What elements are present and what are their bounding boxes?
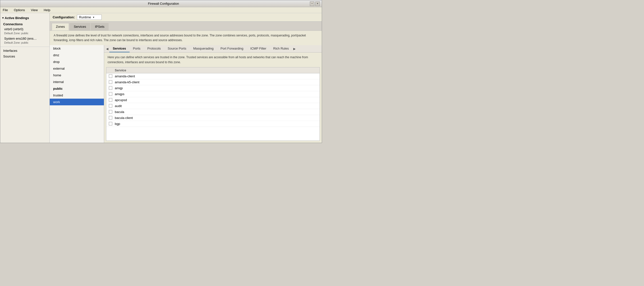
service-row-audit[interactable]: audit <box>106 103 320 109</box>
service-checkbox-bgp[interactable] <box>109 122 112 125</box>
dropdown-arrow-icon: ▾ <box>93 16 94 19</box>
service-row-amanda-client[interactable]: amanda-client <box>106 73 320 79</box>
zone-trusted[interactable]: trusted <box>50 92 104 99</box>
services-description: Here you can define which services are t… <box>104 53 322 67</box>
tab-services[interactable]: Services <box>70 23 90 31</box>
tab-zones[interactable]: Zones <box>52 23 69 31</box>
sub-tab-source-ports[interactable]: Source Ports <box>164 45 190 52</box>
menubar: File Options View Help <box>0 7 322 13</box>
config-dropdown[interactable]: Runtime ▾ <box>77 15 102 20</box>
services-table-header: Service <box>106 67 320 73</box>
connection-virbr0[interactable]: virbr0 (virbr0) Default Zone: public <box>0 27 50 36</box>
sub-tab-services[interactable]: Services <box>109 45 130 52</box>
menu-file[interactable]: File <box>1 8 10 12</box>
menu-help[interactable]: Help <box>42 8 52 12</box>
sub-tab-port-forwarding[interactable]: Port Forwarding <box>217 45 247 52</box>
sub-tab-rich-rules[interactable]: Rich Rules <box>270 45 292 52</box>
zone-home[interactable]: home <box>50 72 104 79</box>
sidebar-divider <box>0 47 50 47</box>
main-window: Firewall Configuration − × File Options … <box>0 0 322 143</box>
sidebar-item-interfaces[interactable]: Interfaces <box>0 48 50 54</box>
service-row-amqp[interactable]: amqp <box>106 85 320 91</box>
connection-ens160[interactable]: System ens160 (ens… Default Zone: public <box>0 36 50 45</box>
config-label: Configuration: <box>53 15 75 19</box>
sub-tabs: ◀ Services Ports Protocols Source Ports … <box>104 45 322 53</box>
service-name-audit: audit <box>115 104 122 108</box>
active-bindings-label: Active Bindings <box>5 16 29 20</box>
zone-block[interactable]: block <box>50 45 104 52</box>
sub-tab-masquerading[interactable]: Masquerading <box>190 45 217 52</box>
tab-ipsets[interactable]: IPSets <box>91 23 108 31</box>
zone-drop[interactable]: drop <box>50 59 104 65</box>
window-title: Firewall Configuration <box>17 2 310 6</box>
active-bindings-header[interactable]: ▾ Active Bindings <box>0 15 50 21</box>
config-bar: Configuration: Runtime ▾ <box>50 13 322 22</box>
zone-external[interactable]: external <box>50 65 104 72</box>
connections-title: Connections <box>0 21 50 27</box>
close-button[interactable]: × <box>315 2 320 6</box>
service-row-amqps[interactable]: amqps <box>106 91 320 97</box>
menu-options[interactable]: Options <box>12 8 26 12</box>
services-table: Service amanda-client amanda-k5-client <box>106 67 320 141</box>
zone-area: block dmz drop external home internal pu… <box>50 45 322 143</box>
service-checkbox-audit[interactable] <box>109 104 112 107</box>
sidebar-item-sources[interactable]: Sources <box>0 54 50 59</box>
minimize-button[interactable]: − <box>310 2 314 6</box>
service-name-amanda-client: amanda-client <box>115 74 135 78</box>
sub-tab-icmp-filter[interactable]: ICMP Filter <box>247 45 270 52</box>
service-checkbox-apcupsd[interactable] <box>109 98 112 102</box>
sub-tab-protocols[interactable]: Protocols <box>144 45 164 52</box>
sidebar: ▾ Active Bindings Connections virbr0 (vi… <box>0 13 50 143</box>
services-column-header: Service <box>115 68 126 72</box>
zone-public[interactable]: public <box>50 85 104 92</box>
service-row-bacula-client[interactable]: bacula-client <box>106 115 320 121</box>
connection-ens160-name: System ens160 (ens… <box>4 36 46 41</box>
collapse-arrow-icon: ▾ <box>2 16 4 20</box>
service-row-amanda-k5-client[interactable]: amanda-k5-client <box>106 79 320 85</box>
titlebar: Firewall Configuration − × <box>0 0 322 7</box>
zone-internal[interactable]: internal <box>50 79 104 85</box>
service-row-apcupsd[interactable]: apcupsd <box>106 97 320 103</box>
menu-view[interactable]: View <box>30 8 39 12</box>
zone-work[interactable]: work <box>50 99 104 105</box>
service-row-bacula[interactable]: bacula <box>106 109 320 115</box>
service-name-amanda-k5-client: amanda-k5-client <box>115 80 140 84</box>
main-content: ▾ Active Bindings Connections virbr0 (vi… <box>0 13 322 143</box>
service-checkbox-bacula-client[interactable] <box>109 116 112 119</box>
service-name-bacula: bacula <box>115 110 124 114</box>
service-checkbox-amanda-client[interactable] <box>109 74 112 78</box>
service-name-bacula-client: bacula-client <box>115 116 133 120</box>
zone-dmz[interactable]: dmz <box>50 52 104 59</box>
window-controls: − × <box>310 2 320 6</box>
service-row-bgp[interactable]: bgp <box>106 121 320 127</box>
connection-virbr0-zone: Default Zone: public <box>4 32 46 35</box>
connection-ens160-zone: Default Zone: public <box>4 41 46 45</box>
service-checkbox-amqps[interactable] <box>109 92 112 96</box>
service-checkbox-amqp[interactable] <box>109 86 112 90</box>
service-name-amqp: amqp <box>115 86 123 90</box>
zones-description: A firewalld zone defines the level of tr… <box>50 31 322 45</box>
service-checkbox-bacula[interactable] <box>109 110 112 113</box>
connections-section: Connections virbr0 (virbr0) Default Zone… <box>0 21 50 46</box>
right-panel: Configuration: Runtime ▾ Zones Services … <box>50 13 322 143</box>
service-name-amqps: amqps <box>115 92 124 96</box>
zone-right-panel: ◀ Services Ports Protocols Source Ports … <box>104 45 322 143</box>
config-value: Runtime <box>79 15 91 19</box>
sub-tabs-right-arrow-icon[interactable]: ▶ <box>292 47 296 51</box>
sub-tab-ports[interactable]: Ports <box>130 45 144 52</box>
main-tabs: Zones Services IPSets <box>50 22 322 31</box>
service-checkbox-amanda-k5-client[interactable] <box>109 80 112 84</box>
zone-list: block dmz drop external home internal pu… <box>50 45 104 143</box>
service-name-apcupsd: apcupsd <box>115 98 127 102</box>
service-name-bgp: bgp <box>115 122 120 126</box>
connection-virbr0-name: virbr0 (virbr0) <box>4 27 46 32</box>
sub-tabs-left-arrow-icon[interactable]: ◀ <box>105 47 109 51</box>
